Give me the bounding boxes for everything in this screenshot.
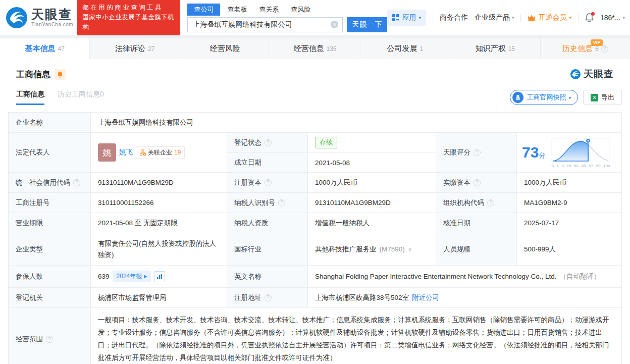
tab-label: 经营信息 [293,44,324,54]
tianyancha-logo-icon [5,6,28,29]
watermark-text: 天眼查 [584,68,614,81]
address-value: 上海市杨浦区政高路38号502室 附近公司 [307,288,621,307]
help-icon[interactable]: ? [474,179,481,186]
search-tab-risk[interactable]: 查风险 [286,4,316,16]
export-button[interactable]: X 导出 [583,90,622,105]
clear-search-icon[interactable]: ✕ [331,21,338,28]
help-icon[interactable]: ? [265,139,272,146]
help-icon[interactable]: ? [265,179,272,186]
taxpayer-id-label: 纳税人识别号 ? [227,193,307,213]
staff-size-value: 500-999人 [516,233,621,265]
search-tab-relation[interactable]: 查关系 [254,4,284,16]
export-label: 导出 [601,93,614,102]
taxpayer-id-value: 91310110MA1G9BM29D [307,193,436,213]
table-row-insured: 参保人数 639 2024年报 ▶ 英文名称 Shanghai Folding [9,265,621,287]
biz-term-label: 营业期限 [9,213,90,233]
chevron-down-icon[interactable]: ∨ [408,246,412,252]
annual-report-link[interactable]: 2024年报 ▶ [113,271,151,282]
score-distribution-chart: 0131550859799100 [551,137,610,168]
help-icon[interactable]: ? [601,45,608,53]
notifications-bell[interactable] [585,13,594,22]
insured-label: 参保人数 [9,266,90,287]
company-nav-tabs: 基本信息 47 法律诉讼 27 经营风险 经营信息 135 公司发展 1 知识产… [0,38,630,59]
search-tab-company[interactable]: 查公司 [187,4,220,16]
reg-capital-label: 注册资本 ? [227,173,307,192]
vip-label: 开通会员 [538,13,566,22]
enterprise-label: 企业级产品 [475,13,510,22]
help-icon[interactable]: ? [73,179,80,186]
orange-bell-icon [57,71,63,78]
tab-operational-risk[interactable]: 经营风险 [180,38,270,59]
search-area: 查公司 查老板 查关系 查风险 ✕ 天眼一下 [187,4,387,32]
slogan-banner: 都在用的商业查询工具 国家中小企业发展子基金旗下机构 [77,0,180,35]
reg-capital-value: 1000万人民币 [307,173,436,192]
tianyancha-logo[interactable]: 天眼查 TianYanCha.com [5,6,73,29]
nearby-companies-link[interactable]: 附近公司 [412,293,439,302]
status-badge: 存续 [315,137,337,148]
help-icon[interactable]: ? [278,199,285,206]
reg-authority-label: 登记机关 [9,288,90,307]
tab-intellectual-property[interactable]: 知识产权 15 [450,38,540,59]
reg-no-value: 310110001152266 [90,193,227,213]
related-companies-badge[interactable]: 关联企业 19 [136,146,185,159]
established-date-value: 2021-05-08 [307,152,436,172]
table-row-legal-rep: 法定代表人 姚 姚飞 关联企业 19 登记状态 ? [9,132,621,172]
subtab-history-business-info[interactable]: 历史工商信息0 [58,90,104,105]
subtab-business-info[interactable]: 工商信息 [16,90,44,105]
en-name-value: Shanghai Folding Paper Interactive Enter… [307,266,621,287]
business-info-card: 工商信息 天眼查 工商信息 历史工商信息0 工商官网快照 ▸ [0,59,630,364]
help-icon[interactable]: ? [487,199,494,206]
tab-business-info[interactable]: 经营信息 135 [270,38,359,59]
reg-authority-value: 杨浦区市场监督管理局 [90,288,227,307]
apps-label: 应用 [402,13,416,22]
official-snapshot-button[interactable]: 工商官网快照 ▸ [510,90,578,105]
divider [578,14,579,22]
related-count: 19 [174,149,181,156]
watermark-logo-icon [570,69,581,80]
excel-icon: X [591,94,598,101]
business-scope-label: 经营范围 ? [9,308,90,364]
related-label: 关联企业 [148,148,172,157]
announcement-badge[interactable] [55,69,66,80]
tab-label: 基本信息 [25,44,56,54]
legal-rep-link[interactable]: 姚飞 [119,148,133,157]
account-caret-icon: ▾ [622,15,625,20]
tab-history-info[interactable]: VIP 历史信息 6 ? [540,38,630,59]
approval-date-label: 核准日期 [436,213,516,233]
annual-report-label: 2024年报 [117,272,142,281]
help-icon[interactable]: ? [474,149,481,156]
account-menu[interactable]: 186*... ▾ [600,14,625,22]
tab-legal-proceedings[interactable]: 法律诉讼 27 [89,38,179,59]
address-label: 注册地址 ? [227,288,307,307]
search-input[interactable] [188,18,324,32]
apps-menu[interactable]: 应用 ▾ [387,10,426,26]
uscc-value: 91310110MA1G9BM29D [90,173,227,192]
top-menu: 应用 ▾ 商务合作 企业级产品 ▾ 开通会员 ▾ 186*... [387,10,625,26]
crown-icon [528,14,536,21]
en-name-label: 英文名称 [227,266,307,287]
help-icon[interactable]: ? [46,336,53,343]
en-name-text: Shanghai Folding Paper Interactive Enter… [315,273,557,280]
reg-status-label: 登记状态 ? [227,133,307,152]
vip-badge: VIP [591,39,603,46]
paid-capital-label: 实缴资本 ? [436,173,516,192]
enterprise-caret-icon: ▾ [512,15,514,20]
menu-open-vip[interactable]: 开通会员 ▾ [528,13,571,22]
search-tab-boss[interactable]: 查老板 [222,4,252,16]
menu-enterprise-products[interactable]: 企业级产品 ▾ [475,13,514,22]
bar-chart-icon [156,274,163,280]
search-button[interactable]: 天眼一下 [347,17,387,32]
help-icon[interactable]: ? [265,294,272,301]
tab-basic-info[interactable]: 基本信息 47 [0,38,89,59]
menu-business-cooperation[interactable]: 商务合作 [440,13,468,22]
approval-date-value: 2025-07-17 [516,213,621,233]
tab-label: 公司发展 [387,44,417,54]
slogan-line2: 国家中小企业发展子基金旗下机构 [82,13,175,32]
industry-code: (M7590) [380,245,405,253]
legal-rep-avatar[interactable]: 姚 [98,143,116,162]
vip-caret-icon: ▾ [569,15,571,20]
insured-trend-button[interactable] [154,271,165,282]
company-type-label: 企业类型 [9,233,90,265]
notification-dot [591,12,595,16]
tab-company-development[interactable]: 公司发展 1 [360,38,450,59]
